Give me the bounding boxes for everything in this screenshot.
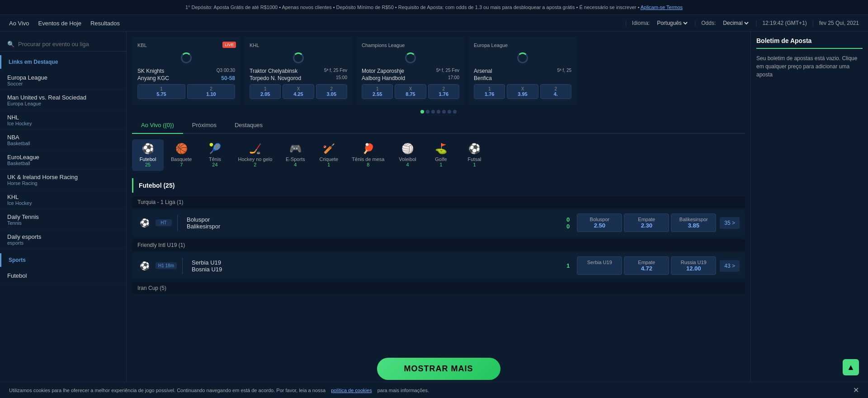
match-row-boluspor: ⚽ HT Boluspor Balikesirspor 0 0 Boluspor… [132, 210, 745, 236]
odd-btn-x[interactable]: X 4.25 [283, 84, 314, 99]
league-title-turquia: Turquia - 1 Liga (1) [132, 196, 745, 208]
tenis-icon: 🎾 [209, 143, 221, 155]
dot-3[interactable] [431, 110, 435, 114]
match-time-badge: H1 18m [156, 262, 177, 269]
odd-btn-1[interactable]: 1 2.05 [250, 84, 281, 99]
sidebar-item-title: Futebol [7, 272, 119, 279]
match-odd-btn-home[interactable]: Serbia U19 [577, 256, 622, 275]
match-odds: Serbia U19 Empate 4.72 Russia U19 12.00 [577, 256, 716, 275]
banner-text: 1° Depósito: Aposta Grátis de até R$1000… [185, 5, 639, 10]
cookie-close-button[interactable]: ✕ [853, 386, 859, 389]
sidebar-item-horse-racing[interactable]: UK & Ireland Horse Racing Horse Racing [0, 170, 126, 190]
match-teams: Serbia U19 Bosnia U19 [192, 259, 555, 273]
tab-proximos[interactable]: Próximos [183, 117, 226, 134]
cookie-text: Utilizamos cookies para lhe oferecer a m… [9, 388, 326, 389]
odd-btn-2[interactable]: 2 3.05 [316, 84, 347, 99]
sidebar-item-sub: Ice Hockey [7, 121, 119, 126]
nav-resultados[interactable]: Resultados [90, 20, 120, 27]
sport-filter-esports[interactable]: 🎮 E-Sports 4 [279, 139, 311, 171]
match-odds: Boluspor 2.50 Empate 2.30 Balikesirspor … [577, 213, 716, 232]
team-name: Motor Zaporoshje [362, 68, 404, 74]
match-odd-btn-home[interactable]: Boluspor 2.50 [577, 213, 622, 232]
event-card-europa: Europa League Arsenal 5ª f, 25 Benfica [468, 37, 577, 104]
odd-btn-2[interactable]: 2 4. [540, 84, 571, 99]
dot-6[interactable] [448, 110, 451, 114]
dot-5[interactable] [442, 110, 446, 114]
sport-filter-voleibol[interactable]: 🏐 Voleibol 4 [392, 139, 423, 171]
sport-filter-basquete[interactable]: 🏀 Basquete 7 [165, 139, 197, 171]
sidebar-item-futebol[interactable]: Futebol [0, 269, 126, 283]
team-row: Anyang KGC 50-58 [137, 75, 235, 81]
sidebar-item-sub: Ice Hockey [7, 200, 119, 206]
dot-2[interactable] [426, 110, 429, 114]
bet-slip-title: Boletim de Aposta [756, 37, 863, 49]
sidebar-item-daily-esports[interactable]: Daily esports esports [0, 230, 126, 250]
bet-slip: Boletim de Aposta Seu boletim de apostas… [750, 32, 868, 389]
odd-btn-1[interactable]: 1 5.75 [137, 84, 185, 99]
event-teams: Traktor Chelyabinsk 5ª f, 25 Fev Torpedo… [250, 68, 347, 81]
team-name-2: Balikesirspor [187, 223, 555, 230]
match-odd-btn-draw[interactable]: Empate 2.30 [624, 213, 669, 232]
sidebar-item-nhl[interactable]: NHL Ice Hockey [0, 110, 126, 130]
sport-filter-tenis-mesa[interactable]: 🏓 Tênis de mesa 8 [346, 139, 390, 171]
sidebar-item-khl[interactable]: KHL Ice Hockey [0, 190, 126, 210]
sport-filter-tenis[interactable]: 🎾 Tênis 24 [199, 139, 231, 171]
team-name: SK Knights [137, 68, 164, 74]
team-name: Torpedo N. Novgorod [250, 75, 301, 81]
team-name-2: Bosnia U19 [192, 266, 555, 273]
odd-btn-1[interactable]: 1 2.55 [362, 84, 393, 99]
esports-icon: 🎮 [289, 143, 302, 155]
nav-eventos-hoje[interactable]: Eventos de Hoje [38, 20, 81, 27]
sidebar-item-man-united[interactable]: Man United vs. Real Sociedad Europa Leag… [0, 90, 126, 110]
hockey-icon: 🏒 [249, 143, 261, 155]
match-odd-btn-draw[interactable]: Empate 4.72 [624, 256, 669, 275]
nav-ao-vivo[interactable]: Ao Vivo [9, 20, 29, 27]
odds-select[interactable]: Decimal [721, 19, 750, 27]
odd-btn-x[interactable]: X 8.75 [395, 84, 426, 99]
tab-destaques[interactable]: Destaques [226, 117, 272, 134]
match-odd-btn-away[interactable]: Russia U19 12.00 [671, 256, 716, 275]
loading-spinner [181, 52, 192, 63]
more-bets-btn[interactable]: 35 > [720, 217, 740, 229]
odd-btn-2[interactable]: 2 1.76 [428, 84, 459, 99]
scroll-top-button[interactable]: ▲ [843, 359, 859, 375]
scores: 0 0 [562, 216, 570, 230]
cookie-policy-link[interactable]: política de cookies [331, 388, 372, 389]
sidebar-item-title: Daily Tennis [7, 213, 119, 220]
sidebar-item-euroleague[interactable]: EuroLeague Basketball [0, 150, 126, 170]
dot-4[interactable] [437, 110, 440, 114]
sport-filter-futsal[interactable]: ⚽ Futsal 1 [458, 139, 490, 171]
search-input[interactable] [18, 41, 119, 47]
search-icon: 🔍 [7, 41, 14, 47]
match-odd-btn-away[interactable]: Balikesirspor 3.85 [671, 213, 716, 232]
mostrar-mais-button[interactable]: MOSTRAR MAIS [377, 358, 500, 380]
odd-btn-x[interactable]: X 3.95 [507, 84, 538, 99]
basquete-icon: 🏀 [175, 143, 188, 155]
odd-btn-1[interactable]: 1 1.76 [474, 84, 505, 99]
tab-ao-vivo[interactable]: Ao Vivo ({0}) [132, 117, 183, 134]
sidebar-item-daily-tennis[interactable]: Daily Tennis Tennis [0, 210, 126, 230]
dot-7[interactable] [453, 110, 457, 114]
sidebar-item-nba[interactable]: NBA Basketball [0, 130, 126, 150]
nav-links: Ao Vivo Eventos de Hoje Resultados [9, 20, 120, 27]
score-1: 0 [562, 216, 570, 223]
sport-filter-futebol[interactable]: ⚽ Futebol 25 [132, 139, 164, 171]
sport-filter-criquete[interactable]: 🏏 Criquete 1 [313, 139, 344, 171]
live-badge: LIVE [222, 42, 236, 48]
sport-filter-hockey[interactable]: 🏒 Hockey no gelo 2 [232, 139, 278, 171]
event-card-khl: KHL Traktor Chelyabinsk 5ª f, 25 Fev Tor… [244, 37, 353, 104]
content-wrapper: KBL LIVE SK Knights Q3 00:30 Anyang KGC … [127, 32, 750, 389]
team-name: Arsenal [474, 68, 492, 74]
sport-filter-golfe[interactable]: ⛳ Golfe 1 [425, 139, 457, 171]
event-teams: Arsenal 5ª f, 25 Benfica [474, 68, 571, 81]
sidebar-item-europa-league[interactable]: Europa League Soccer [0, 71, 126, 90]
more-bets-btn[interactable]: 43 > [720, 260, 740, 272]
dot-1[interactable] [420, 110, 424, 114]
event-teams: SK Knights Q3 00:30 Anyang KGC 50-58 [137, 68, 235, 81]
match-teams: Boluspor Balikesirspor [187, 216, 555, 230]
sidebar-item-title: Daily esports [7, 233, 119, 240]
banner-link[interactable]: Aplicam-se Termos [641, 5, 683, 10]
sidebar-item-sub: Soccer [7, 81, 119, 86]
idioma-select[interactable]: Português [655, 19, 689, 27]
odd-btn-2[interactable]: 2 1.10 [187, 84, 235, 99]
